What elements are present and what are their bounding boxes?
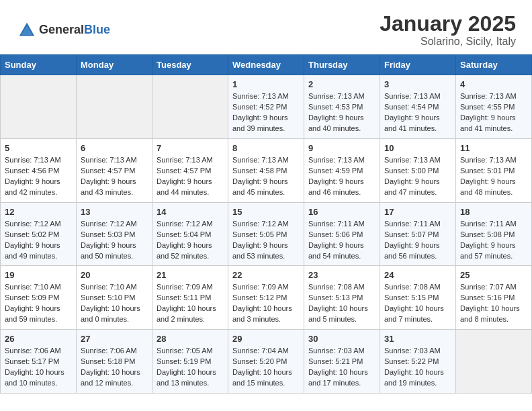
col-header-saturday: Saturday	[456, 55, 532, 75]
calendar-cell: 3Sunrise: 7:13 AM Sunset: 4:54 PM Daylig…	[380, 75, 456, 139]
day-number: 21	[157, 270, 224, 280]
calendar-cell: 7Sunrise: 7:13 AM Sunset: 4:57 PM Daylig…	[152, 138, 228, 202]
day-info: Sunrise: 7:13 AM Sunset: 5:01 PM Dayligh…	[460, 155, 527, 198]
day-number: 12	[5, 207, 72, 217]
calendar-cell: 30Sunrise: 7:03 AM Sunset: 5:21 PM Dayli…	[304, 330, 380, 394]
day-number: 31	[384, 334, 451, 344]
calendar-cell: 21Sunrise: 7:09 AM Sunset: 5:11 PM Dayli…	[152, 266, 228, 330]
day-number: 7	[157, 143, 224, 153]
day-number: 17	[384, 207, 451, 217]
calendar-header-row: SundayMondayTuesdayWednesdayThursdayFrid…	[1, 55, 532, 75]
day-info: Sunrise: 7:08 AM Sunset: 5:13 PM Dayligh…	[308, 282, 375, 325]
calendar-cell: 10Sunrise: 7:13 AM Sunset: 5:00 PM Dayli…	[380, 138, 456, 202]
calendar-week-row: 12Sunrise: 7:12 AM Sunset: 5:02 PM Dayli…	[1, 202, 532, 266]
day-number: 28	[157, 334, 224, 344]
calendar-cell: 26Sunrise: 7:06 AM Sunset: 5:17 PM Dayli…	[1, 330, 77, 394]
page-header: GeneralBlue January 2025 Solarino, Sicil…	[0, 0, 532, 54]
day-info: Sunrise: 7:09 AM Sunset: 5:11 PM Dayligh…	[157, 282, 224, 325]
day-info: Sunrise: 7:07 AM Sunset: 5:16 PM Dayligh…	[460, 282, 527, 325]
calendar-cell: 29Sunrise: 7:04 AM Sunset: 5:20 PM Dayli…	[228, 330, 304, 394]
calendar-table: SundayMondayTuesdayWednesdayThursdayFrid…	[0, 54, 532, 394]
calendar-week-row: 19Sunrise: 7:10 AM Sunset: 5:09 PM Dayli…	[1, 266, 532, 330]
day-info: Sunrise: 7:11 AM Sunset: 5:06 PM Dayligh…	[308, 219, 375, 262]
day-number: 25	[460, 270, 527, 280]
calendar-cell: 24Sunrise: 7:08 AM Sunset: 5:15 PM Dayli…	[380, 266, 456, 330]
day-info: Sunrise: 7:09 AM Sunset: 5:12 PM Dayligh…	[232, 282, 300, 325]
col-header-monday: Monday	[77, 55, 152, 75]
day-number: 10	[384, 143, 451, 153]
day-info: Sunrise: 7:13 AM Sunset: 4:59 PM Dayligh…	[308, 155, 375, 198]
calendar-cell: 17Sunrise: 7:11 AM Sunset: 5:07 PM Dayli…	[380, 202, 456, 266]
col-header-thursday: Thursday	[304, 55, 380, 75]
day-number: 29	[232, 334, 300, 344]
calendar-cell: 22Sunrise: 7:09 AM Sunset: 5:12 PM Dayli…	[228, 266, 304, 330]
calendar-cell: 9Sunrise: 7:13 AM Sunset: 4:59 PM Daylig…	[304, 138, 380, 202]
calendar-cell: 5Sunrise: 7:13 AM Sunset: 4:56 PM Daylig…	[1, 138, 77, 202]
calendar-cell: 20Sunrise: 7:10 AM Sunset: 5:10 PM Dayli…	[77, 266, 152, 330]
day-number: 13	[81, 207, 148, 217]
logo-icon	[17, 21, 36, 40]
calendar-cell: 1Sunrise: 7:13 AM Sunset: 4:52 PM Daylig…	[228, 75, 304, 139]
day-number: 19	[5, 270, 72, 280]
day-info: Sunrise: 7:11 AM Sunset: 5:08 PM Dayligh…	[460, 219, 527, 262]
day-info: Sunrise: 7:06 AM Sunset: 5:18 PM Dayligh…	[81, 346, 148, 389]
day-info: Sunrise: 7:06 AM Sunset: 5:17 PM Dayligh…	[5, 346, 72, 389]
day-info: Sunrise: 7:13 AM Sunset: 4:58 PM Dayligh…	[232, 155, 300, 198]
day-number: 24	[384, 270, 451, 280]
col-header-tuesday: Tuesday	[152, 55, 228, 75]
day-info: Sunrise: 7:13 AM Sunset: 4:52 PM Dayligh…	[232, 91, 300, 134]
day-info: Sunrise: 7:03 AM Sunset: 5:22 PM Dayligh…	[384, 346, 451, 389]
calendar-cell: 11Sunrise: 7:13 AM Sunset: 5:01 PM Dayli…	[456, 138, 532, 202]
logo: GeneralBlue	[16, 21, 110, 40]
calendar-cell: 23Sunrise: 7:08 AM Sunset: 5:13 PM Dayli…	[304, 266, 380, 330]
day-number: 4	[460, 79, 527, 89]
day-number: 5	[5, 143, 72, 153]
day-number: 18	[460, 207, 527, 217]
day-info: Sunrise: 7:13 AM Sunset: 4:57 PM Dayligh…	[157, 155, 224, 198]
calendar-cell	[77, 75, 152, 139]
day-number: 11	[460, 143, 527, 153]
calendar-cell: 12Sunrise: 7:12 AM Sunset: 5:02 PM Dayli…	[1, 202, 77, 266]
day-info: Sunrise: 7:13 AM Sunset: 4:55 PM Dayligh…	[460, 91, 527, 134]
day-number: 27	[81, 334, 148, 344]
day-info: Sunrise: 7:08 AM Sunset: 5:15 PM Dayligh…	[384, 282, 451, 325]
calendar-cell: 19Sunrise: 7:10 AM Sunset: 5:09 PM Dayli…	[1, 266, 77, 330]
day-number: 1	[232, 79, 300, 89]
calendar-cell	[152, 75, 228, 139]
day-number: 14	[157, 207, 224, 217]
calendar-cell: 28Sunrise: 7:05 AM Sunset: 5:19 PM Dayli…	[152, 330, 228, 394]
calendar-cell: 4Sunrise: 7:13 AM Sunset: 4:55 PM Daylig…	[456, 75, 532, 139]
day-info: Sunrise: 7:10 AM Sunset: 5:10 PM Dayligh…	[81, 282, 148, 325]
col-header-friday: Friday	[380, 55, 456, 75]
day-info: Sunrise: 7:11 AM Sunset: 5:07 PM Dayligh…	[384, 219, 451, 262]
calendar-cell: 18Sunrise: 7:11 AM Sunset: 5:08 PM Dayli…	[456, 202, 532, 266]
day-number: 3	[384, 79, 451, 89]
day-info: Sunrise: 7:10 AM Sunset: 5:09 PM Dayligh…	[5, 282, 72, 325]
day-number: 23	[308, 270, 375, 280]
col-header-wednesday: Wednesday	[228, 55, 304, 75]
col-header-sunday: Sunday	[1, 55, 77, 75]
day-info: Sunrise: 7:03 AM Sunset: 5:21 PM Dayligh…	[308, 346, 375, 389]
calendar-week-row: 26Sunrise: 7:06 AM Sunset: 5:17 PM Dayli…	[1, 330, 532, 394]
calendar-cell	[1, 75, 77, 139]
calendar-title: January 2025	[380, 12, 516, 36]
title-block: January 2025 Solarino, Sicily, Italy	[380, 12, 516, 48]
calendar-week-row: 5Sunrise: 7:13 AM Sunset: 4:56 PM Daylig…	[1, 138, 532, 202]
day-number: 30	[308, 334, 375, 344]
day-info: Sunrise: 7:05 AM Sunset: 5:19 PM Dayligh…	[157, 346, 224, 389]
day-info: Sunrise: 7:12 AM Sunset: 5:03 PM Dayligh…	[81, 219, 148, 262]
day-info: Sunrise: 7:13 AM Sunset: 4:54 PM Dayligh…	[384, 91, 451, 134]
calendar-cell: 2Sunrise: 7:13 AM Sunset: 4:53 PM Daylig…	[304, 75, 380, 139]
calendar-cell: 14Sunrise: 7:12 AM Sunset: 5:04 PM Dayli…	[152, 202, 228, 266]
day-number: 26	[5, 334, 72, 344]
calendar-week-row: 1Sunrise: 7:13 AM Sunset: 4:52 PM Daylig…	[1, 75, 532, 139]
day-number: 22	[232, 270, 300, 280]
day-info: Sunrise: 7:04 AM Sunset: 5:20 PM Dayligh…	[232, 346, 300, 389]
day-number: 16	[308, 207, 375, 217]
day-info: Sunrise: 7:12 AM Sunset: 5:04 PM Dayligh…	[157, 219, 224, 262]
day-info: Sunrise: 7:12 AM Sunset: 5:05 PM Dayligh…	[232, 219, 300, 262]
logo-blue-text: Blue	[84, 23, 110, 36]
day-info: Sunrise: 7:12 AM Sunset: 5:02 PM Dayligh…	[5, 219, 72, 262]
calendar-cell: 6Sunrise: 7:13 AM Sunset: 4:57 PM Daylig…	[77, 138, 152, 202]
calendar-cell: 8Sunrise: 7:13 AM Sunset: 4:58 PM Daylig…	[228, 138, 304, 202]
